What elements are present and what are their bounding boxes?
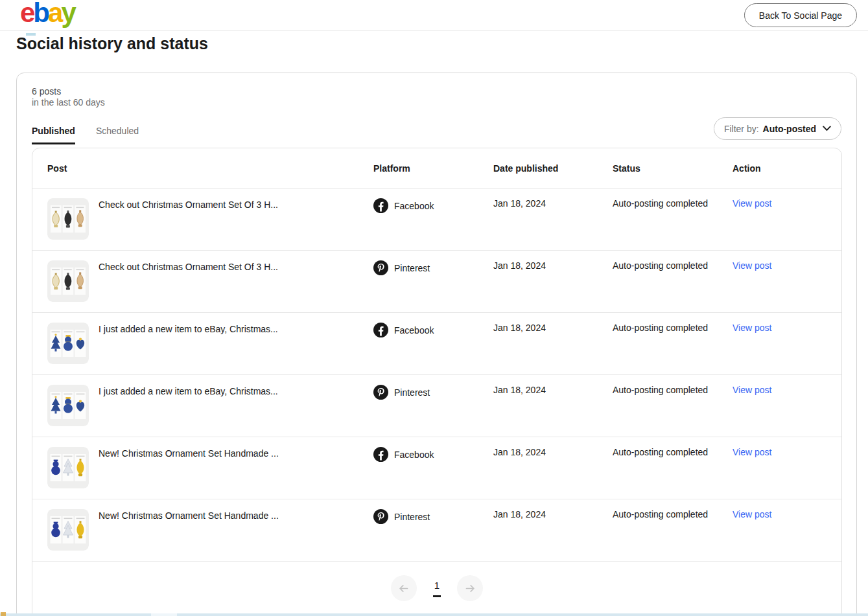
- logo-letter-b: b: [33, 0, 48, 28]
- table-row: Check out Christmas Ornament Set Of 3 H.…: [32, 251, 841, 313]
- back-to-social-page-button[interactable]: Back To Social Page: [744, 3, 857, 27]
- top-header-bar: ebay Back To Social Page: [0, 0, 868, 31]
- pinterest-icon: [373, 260, 388, 275]
- platform-label: Facebook: [394, 323, 434, 336]
- table-body: Check out Christmas Ornament Set Of 3 H.…: [32, 188, 841, 562]
- post-title: Check out Christmas Ornament Set Of 3 H.…: [99, 198, 278, 210]
- arrow-right-icon: [464, 582, 476, 595]
- post-title: Check out Christmas Ornament Set Of 3 H.…: [99, 260, 278, 272]
- column-header-post: Post: [47, 163, 373, 174]
- post-thumbnail[interactable]: [47, 198, 89, 240]
- view-post-link[interactable]: View post: [733, 323, 771, 333]
- post-thumbnail[interactable]: [47, 447, 89, 488]
- pagination-next-button[interactable]: [457, 575, 483, 601]
- post-thumbnail[interactable]: [47, 385, 89, 426]
- post-status: Auto-posting completed: [613, 323, 733, 374]
- view-post-link[interactable]: View post: [733, 385, 771, 395]
- corner-artifact: [1, 612, 6, 616]
- logo-letter-y: y: [61, 0, 74, 28]
- posts-period: in the last 60 days: [32, 97, 105, 108]
- post-title: I just added a new item to eBay, Christm…: [99, 385, 278, 396]
- view-post-link[interactable]: View post: [733, 509, 771, 519]
- logo-letter-a: a: [48, 0, 61, 28]
- platform-label: Facebook: [394, 198, 434, 211]
- filter-value: Auto-posted: [763, 124, 816, 134]
- posts-count: 6 posts: [32, 86, 105, 97]
- posts-summary: 6 posts in the last 60 days: [32, 86, 105, 108]
- platform-label: Pinterest: [394, 509, 430, 522]
- filter-dropdown[interactable]: Filter by: Auto-posted: [714, 117, 841, 140]
- post-title: I just added a new item to eBay, Christm…: [99, 323, 278, 334]
- ebay-logo[interactable]: ebay: [20, 0, 75, 29]
- date-published: Jan 18, 2024: [493, 323, 613, 374]
- table-row: Check out Christmas Ornament Set Of 3 H.…: [32, 188, 841, 251]
- column-header-action: Action: [733, 163, 841, 174]
- posts-table: Post Platform Date published Status Acti…: [32, 148, 842, 616]
- column-header-date-published: Date published: [493, 163, 613, 174]
- platform-label: Pinterest: [394, 385, 430, 398]
- view-post-link[interactable]: View post: [733, 447, 771, 457]
- post-status: Auto-posting completed: [613, 447, 733, 499]
- platform-label: Facebook: [394, 447, 434, 460]
- pinterest-icon: [373, 509, 388, 524]
- date-published: Jan 18, 2024: [493, 509, 613, 561]
- facebook-icon: [373, 198, 388, 213]
- social-history-panel: 6 posts in the last 60 days Published Sc…: [16, 73, 857, 616]
- date-published: Jan 18, 2024: [493, 198, 613, 250]
- column-header-platform: Platform: [373, 163, 493, 174]
- post-status: Auto-posting completed: [613, 385, 733, 437]
- view-post-link[interactable]: View post: [733, 260, 771, 271]
- post-title: New! Christmas Ornament Set Handmade ...: [99, 447, 279, 459]
- post-thumbnail[interactable]: [47, 509, 89, 551]
- page-title: Social history and status: [16, 34, 208, 53]
- table-row: New! Christmas Ornament Set Handmade ...…: [32, 437, 841, 499]
- scrollbar-thumb[interactable]: [151, 613, 177, 616]
- logo-letter-e: e: [20, 0, 33, 28]
- horizontal-scrollbar[interactable]: [0, 613, 868, 616]
- filter-label: Filter by:: [724, 124, 759, 134]
- tab-scheduled[interactable]: Scheduled: [96, 126, 139, 144]
- tab-published[interactable]: Published: [32, 126, 75, 144]
- view-post-link[interactable]: View post: [733, 198, 771, 209]
- table-row: New! Christmas Ornament Set Handmade ...…: [32, 499, 841, 562]
- post-thumbnail[interactable]: [47, 323, 89, 364]
- table-row: I just added a new item to eBay, Christm…: [32, 375, 841, 437]
- pagination-prev-button[interactable]: [391, 575, 417, 601]
- facebook-icon: [373, 323, 388, 337]
- facebook-icon: [373, 447, 388, 462]
- post-thumbnail[interactable]: [47, 260, 89, 302]
- platform-label: Pinterest: [394, 260, 430, 273]
- column-header-status: Status: [613, 163, 733, 174]
- date-published: Jan 18, 2024: [493, 447, 613, 499]
- post-title: New! Christmas Ornament Set Handmade ...: [99, 509, 279, 521]
- table-row: I just added a new item to eBay, Christm…: [32, 313, 841, 375]
- tab-bar: Published Scheduled: [32, 126, 139, 144]
- arrow-left-icon: [397, 582, 410, 595]
- post-status: Auto-posting completed: [613, 198, 733, 250]
- table-header-row: Post Platform Date published Status Acti…: [32, 148, 841, 188]
- date-published: Jan 18, 2024: [493, 260, 613, 312]
- pagination: 1: [32, 562, 841, 612]
- chevron-down-icon: [823, 126, 831, 131]
- post-status: Auto-posting completed: [613, 509, 733, 561]
- pinterest-icon: [373, 385, 388, 400]
- post-status: Auto-posting completed: [613, 260, 733, 312]
- date-published: Jan 18, 2024: [493, 385, 613, 437]
- pagination-current-page[interactable]: 1: [433, 580, 441, 597]
